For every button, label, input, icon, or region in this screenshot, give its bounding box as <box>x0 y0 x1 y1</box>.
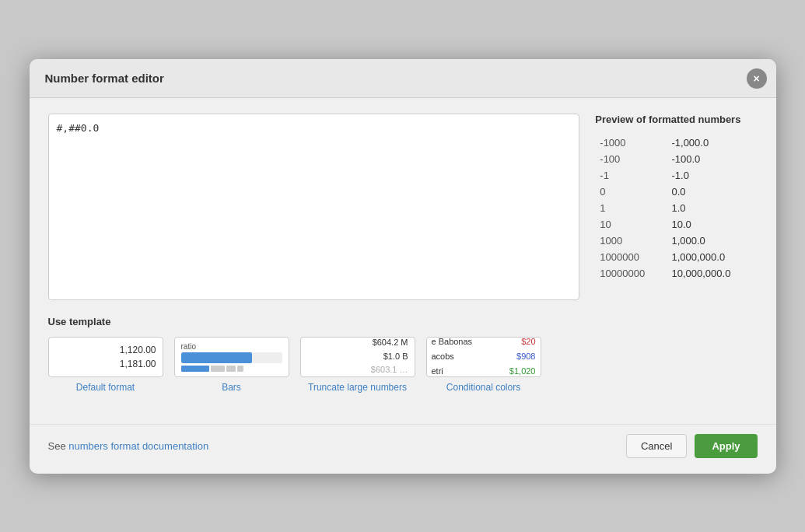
apply-button[interactable]: Apply <box>695 434 757 458</box>
preview-row: -100-100.0 <box>595 151 757 167</box>
cancel-button[interactable]: Cancel <box>626 434 687 458</box>
preview-output: -1,000.0 <box>667 135 757 151</box>
templates-section: Use template 1,120.00 1,181.00 Default f… <box>48 316 758 393</box>
preview-input: 1 <box>595 200 667 216</box>
preview-output: 1.0 <box>667 200 757 216</box>
preview-input: 10000000 <box>595 265 667 282</box>
footer-doc-text: See numbers format documentation <box>48 440 209 452</box>
preview-output: 1,000.0 <box>667 233 757 249</box>
preview-output: 10.0 <box>667 216 757 233</box>
template-default-label[interactable]: Default format <box>76 382 135 393</box>
preview-input: 1000000 <box>595 249 667 265</box>
dialog-body: #,##0.0 Preview of formatted numbers -10… <box>30 98 776 424</box>
preview-table: -1000-1,000.0-100-100.0-1-1.000.011.0101… <box>595 135 757 282</box>
template-truncate[interactable]: $604.2 M $1.0 B $603.1 … Truncate large … <box>300 337 415 393</box>
preview-output: 0.0 <box>667 184 757 200</box>
preview-row: 1000000010,000,000.0 <box>595 265 757 282</box>
template-bars-thumb: ratio <box>174 337 289 377</box>
preview-row: 11.0 <box>595 200 757 216</box>
close-button[interactable]: × <box>747 68 767 89</box>
template-default-thumb: 1,120.00 1,181.00 <box>48 337 163 377</box>
preview-row: -1-1.0 <box>595 167 757 184</box>
preview-row: 10001,000.0 <box>595 233 757 249</box>
preview-input: 1000 <box>595 233 667 249</box>
main-content: #,##0.0 Preview of formatted numbers -10… <box>48 114 758 300</box>
template-conditional-thumb: e Babonas$20 acobs$908 etri$1,020 <box>426 337 541 377</box>
preview-output: 10,000,000.0 <box>667 265 757 282</box>
preview-heading: Preview of formatted numbers <box>595 114 757 125</box>
doc-link[interactable]: numbers format documentation <box>68 440 208 452</box>
dialog-footer: See numbers format documentation Cancel … <box>30 424 776 474</box>
templates-heading: Use template <box>48 316 758 327</box>
preview-input: -100 <box>595 151 667 167</box>
preview-row: -1000-1,000.0 <box>595 135 757 151</box>
template-truncate-thumb: $604.2 M $1.0 B $603.1 … <box>300 337 415 377</box>
see-text: See <box>48 440 69 452</box>
template-bars[interactable]: ratio Bars <box>174 337 289 393</box>
template-bars-label[interactable]: Bars <box>222 382 241 393</box>
preview-input: 0 <box>595 184 667 200</box>
preview-row: 10000001,000,000.0 <box>595 249 757 265</box>
preview-row: 00.0 <box>595 184 757 200</box>
footer-buttons: Cancel Apply <box>626 434 758 458</box>
preview-output: -1.0 <box>667 167 757 184</box>
dialog-header: Number format editor × <box>30 59 776 98</box>
preview-input: -1 <box>595 167 667 184</box>
preview-row: 1010.0 <box>595 216 757 233</box>
dialog-title: Number format editor <box>45 72 761 85</box>
preview-input: 10 <box>595 216 667 233</box>
preview-output: 1,000,000.0 <box>667 249 757 265</box>
template-truncate-label[interactable]: Truncate large numbers <box>308 382 407 393</box>
templates-grid: 1,120.00 1,181.00 Default format ratio <box>48 337 758 393</box>
template-default[interactable]: 1,120.00 1,181.00 Default format <box>48 337 163 393</box>
preview-input: -1000 <box>595 135 667 151</box>
preview-output: -100.0 <box>667 151 757 167</box>
preview-panel: Preview of formatted numbers -1000-1,000… <box>595 114 757 300</box>
dialog: Number format editor × #,##0.0 Preview o… <box>30 59 776 474</box>
template-conditional[interactable]: e Babonas$20 acobs$908 etri$1,020 Condit… <box>426 337 541 393</box>
template-conditional-label[interactable]: Conditional colors <box>446 382 520 393</box>
format-editor[interactable]: #,##0.0 <box>48 114 580 300</box>
